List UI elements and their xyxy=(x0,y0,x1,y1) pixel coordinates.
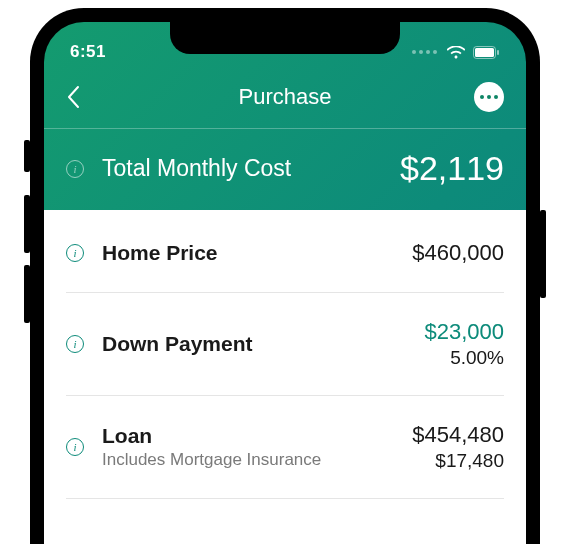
summary-label: Total Monthly Cost xyxy=(102,155,400,182)
device-frame: 6:51 Purchase i xyxy=(30,8,540,544)
svg-rect-1 xyxy=(475,48,494,57)
row-label: Down Payment xyxy=(102,332,424,356)
info-icon[interactable]: i xyxy=(66,438,84,456)
row-value: $23,000 xyxy=(424,319,504,345)
status-indicators xyxy=(412,46,500,59)
more-button[interactable] xyxy=(474,82,504,112)
content-area: i Home Price $460,000 i Down Payment $23… xyxy=(44,210,526,544)
device-notch xyxy=(170,22,400,54)
device-side-button xyxy=(540,210,546,298)
summary-row: i Total Monthly Cost $2,119 xyxy=(44,129,526,210)
row-home-price[interactable]: i Home Price $460,000 xyxy=(66,210,504,293)
page-title: Purchase xyxy=(239,84,332,110)
info-icon[interactable]: i xyxy=(66,335,84,353)
info-icon[interactable]: i xyxy=(66,244,84,262)
back-button[interactable] xyxy=(66,85,96,109)
row-value: $454,480 xyxy=(412,422,504,448)
row-sublabel: Includes Mortgage Insurance xyxy=(102,450,412,470)
row-label: Loan xyxy=(102,424,412,448)
row-down-payment[interactable]: i Down Payment $23,000 5.00% xyxy=(66,293,504,396)
battery-icon xyxy=(473,46,500,59)
row-subvalue: $17,480 xyxy=(435,450,504,472)
row-loan[interactable]: i Loan Includes Mortgage Insurance $454,… xyxy=(66,396,504,499)
svg-rect-2 xyxy=(497,50,499,55)
status-time: 6:51 xyxy=(70,42,106,62)
row-value: $460,000 xyxy=(412,240,504,266)
info-icon[interactable]: i xyxy=(66,160,84,178)
screen: 6:51 Purchase i xyxy=(44,22,526,544)
nav-bar: Purchase xyxy=(44,68,526,129)
row-subvalue: 5.00% xyxy=(450,347,504,369)
summary-value: $2,119 xyxy=(400,149,504,188)
wifi-icon xyxy=(447,46,465,59)
page-dots-icon xyxy=(412,50,437,54)
row-label: Home Price xyxy=(102,241,412,265)
